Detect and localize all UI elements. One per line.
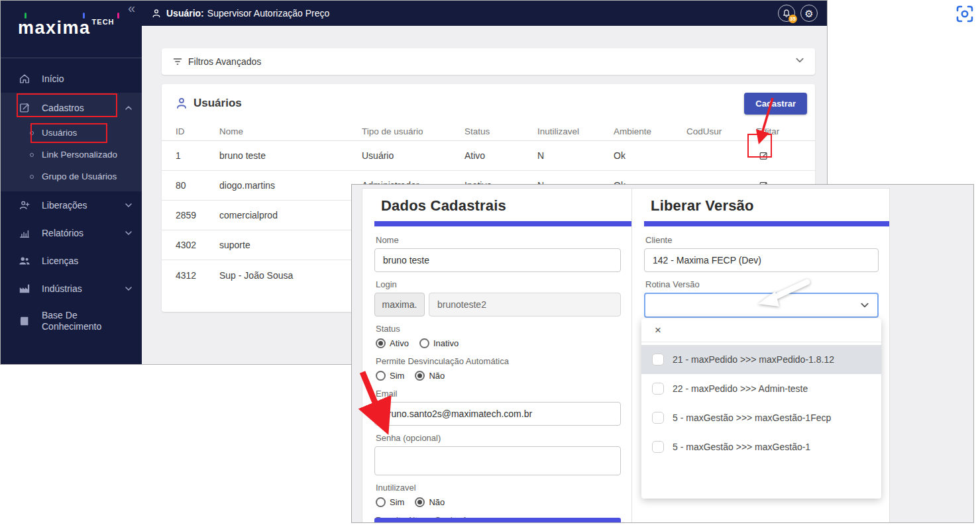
bullet-icon: [30, 131, 34, 135]
user-edit-modal: Dados Cadastrais Nome Login maxima. Stat…: [351, 184, 974, 523]
users-card-title: Usuários: [193, 97, 242, 110]
cell-nome: suporte: [219, 240, 362, 250]
cadastrar-button[interactable]: Cadastrar: [744, 93, 807, 115]
sidebar-item-inicio[interactable]: Início: [1, 65, 142, 93]
cell-id: 4302: [176, 240, 219, 250]
cell-ambiente: Ok: [614, 150, 686, 161]
dropdown-option[interactable]: 22 - maxPedido >>> Admin-teste: [641, 374, 881, 403]
filter-icon: [172, 56, 183, 67]
email-label: Email: [376, 389, 621, 399]
sidebar-item-label: Base De Conhecimento: [42, 310, 115, 332]
radio-inutilizavel-nao[interactable]: [415, 497, 425, 507]
sidebar-item-industrias[interactable]: Indústrias: [1, 275, 142, 303]
login-prefix: maxima.: [374, 293, 425, 316]
user-label: Usuário:: [166, 8, 204, 19]
rotina-versao-select[interactable]: [644, 293, 879, 318]
factory-icon: [18, 282, 31, 295]
email-field[interactable]: [374, 402, 621, 426]
people-icon: [18, 254, 31, 267]
col-id: ID: [176, 126, 219, 136]
status-label: Status: [376, 324, 621, 334]
cell-nome: diogo.martins: [219, 180, 362, 191]
notifications-button[interactable]: 35: [778, 5, 795, 22]
chevron-down-icon: [125, 285, 133, 293]
dados-cadastrais-panel: Dados Cadastrais Nome Login maxima. Stat…: [362, 188, 632, 523]
col-tipo: Tipo de usuário: [362, 126, 464, 136]
filters-panel[interactable]: Filtros Avançados: [162, 48, 815, 75]
sidebar-item-cadastros[interactable]: Cadastros: [1, 94, 142, 122]
users-icon: [175, 97, 188, 110]
cell-nome: comercialprod: [219, 210, 362, 220]
radio-label: Não: [429, 371, 445, 381]
cell-nome: bruno teste: [219, 150, 362, 161]
maximatech-logo: maximaTECH: [1, 1, 142, 52]
logo-suffix: TECH: [92, 18, 115, 26]
checkbox-icon[interactable]: [652, 412, 664, 424]
radio-label: Inativo: [433, 338, 459, 348]
radio-status-inativo[interactable]: [419, 338, 429, 348]
checkbox-icon[interactable]: [652, 441, 664, 453]
login-field[interactable]: [429, 293, 621, 316]
col-ambiente: Ambiente: [614, 126, 686, 136]
sidebar-item-licencas[interactable]: Licenças: [1, 247, 142, 275]
senha-field[interactable]: [374, 446, 621, 475]
panel-title: Liberar Versão: [651, 197, 889, 215]
sidebar-item-label: Licenças: [42, 256, 78, 266]
dropdown-option[interactable]: 21 - maxPedido >>> maxPedido-1.8.12: [641, 345, 881, 374]
table-row: 1 bruno teste Usuário Ativo N Ok: [162, 141, 815, 171]
sidebar-item-grupo-de-usuarios[interactable]: Grupo de Usuários: [1, 166, 142, 187]
dropdown-option-label: 5 - maxGestão >>> maxGestão-1: [673, 442, 810, 452]
chevron-down-icon: [860, 301, 869, 313]
sidebar: « maximaTECH Início Cadastros: [1, 1, 142, 364]
radio-desvinc-nao[interactable]: [415, 371, 425, 381]
sidebar-item-label: Usuários: [42, 128, 77, 138]
cell-id: 4312: [176, 270, 219, 281]
col-editar: Editar: [756, 126, 815, 136]
liberar-versao-panel: Liberar Versão Cliente Rotina Versão × 2…: [632, 188, 890, 523]
desvinculacao-label: Permite Desvinculação Automática: [376, 356, 621, 366]
cliente-field[interactable]: [644, 248, 879, 272]
filters-label: Filtros Avançados: [188, 56, 261, 67]
screenshot-capture-icon[interactable]: [955, 4, 975, 24]
user-icon: [151, 8, 162, 19]
radio-label: Sim: [390, 497, 404, 507]
edit-icon[interactable]: [756, 148, 771, 163]
senha-label: Senha (opcional): [376, 433, 621, 443]
sidebar-item-usuarios[interactable]: Usuários: [1, 122, 142, 144]
checkbox-icon[interactable]: [652, 383, 664, 395]
gear-icon: ⚙: [804, 9, 813, 19]
sidebar-item-label: Início: [42, 73, 64, 84]
bar-chart-icon: [18, 226, 31, 240]
nome-field[interactable]: [374, 248, 621, 272]
cell-inutilizavel: N: [537, 150, 614, 161]
settings-button[interactable]: ⚙: [800, 5, 818, 22]
radio-desvinc-sim[interactable]: [376, 371, 386, 381]
dropdown-clear-button[interactable]: ×: [641, 318, 881, 342]
radio-label: Ativo: [390, 338, 409, 348]
checkbox-icon[interactable]: [652, 354, 664, 365]
nome-label: Nome: [376, 235, 621, 245]
sidebar-item-liberacoes[interactable]: Liberações: [1, 191, 142, 219]
dropdown-option[interactable]: 5 - maxGestão >>> maxGestão-1: [641, 432, 881, 461]
radio-label: Não: [429, 497, 445, 507]
chevron-down-icon[interactable]: [795, 56, 804, 68]
accent-bar: [644, 221, 889, 226]
logo-tick-pink: [117, 13, 119, 19]
radio-status-ativo[interactable]: [376, 338, 386, 348]
panel-title: Dados Cadastrais: [381, 197, 631, 215]
close-icon: ×: [655, 324, 661, 337]
sidebar-item-relatorios[interactable]: Relatórios: [1, 219, 142, 247]
sidebar-item-label: Link Personalizado: [42, 150, 117, 160]
top-header: Usuário: Supervisor Autorização Preço 35…: [142, 1, 827, 26]
edit-square-icon: [18, 101, 31, 115]
sidebar-item-base-de-conhecimento[interactable]: Base De Conhecimento: [1, 303, 142, 340]
radio-inutilizavel-sim[interactable]: [376, 497, 386, 507]
sidebar-item-label: Relatórios: [42, 228, 83, 238]
save-button-top-edge[interactable]: [374, 518, 621, 523]
sidebar-item-link-personalizado[interactable]: Link Personalizado: [1, 144, 142, 166]
cell-id: 2859: [176, 210, 219, 220]
dropdown-option[interactable]: 5 - maxGestão >>> maxGestão-1Fecp: [641, 403, 881, 432]
table-header-row: ID Nome Tipo de usuário Status Inutiliza…: [162, 122, 815, 141]
inutilizavel-label: Inutilizavel: [376, 483, 621, 493]
sidebar-item-label: Liberações: [42, 200, 87, 211]
